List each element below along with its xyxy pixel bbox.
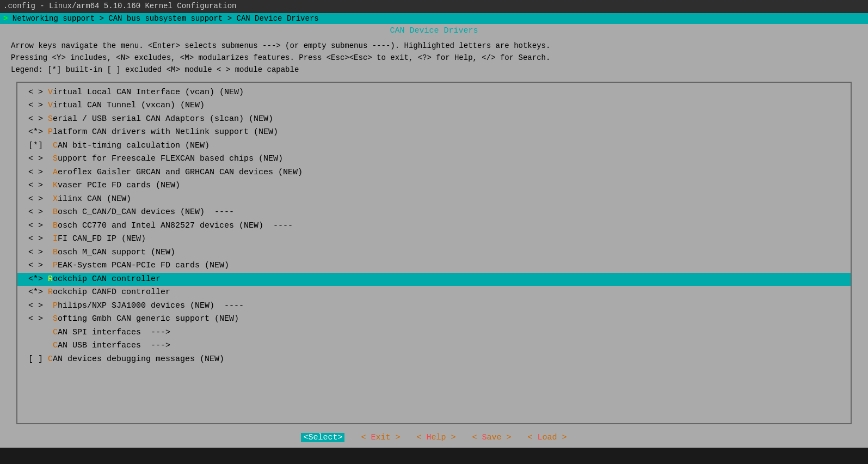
menu-hotkey: P (53, 301, 58, 310)
menu-prefix: < > (28, 261, 53, 270)
bottom-buttons: <Select> < Exit > < Help > < Save > < Lo… (0, 429, 868, 448)
menu-item-17[interactable]: < > Philips/NXP SJA1000 devices (NEW) --… (17, 300, 851, 313)
menu-prefix: < > (28, 114, 48, 124)
menu-item-14[interactable]: < > PEAK-System PCAN-PCIe FD cards (NEW) (17, 259, 851, 273)
menu-item-text: irtual Local CAN Interface (vcan) (NEW) (53, 88, 244, 97)
menu-item-11[interactable]: < > Bosch CC770 and Intel AN82527 device… (17, 219, 851, 233)
menu-prefix: < > (28, 154, 53, 163)
menu-prefix: < > (28, 248, 53, 257)
menu-hotkey: S (48, 114, 53, 124)
menu-item-text: latform CAN drivers with Netlink support… (53, 127, 278, 137)
menu-prefix: < > (28, 234, 53, 243)
menu-item-text: erial / USB serial CAN Adaptors (slcan) … (53, 114, 273, 124)
menu-hotkey: R (48, 274, 53, 284)
menu-item-21[interactable]: [ ] CAN devices debugging messages (NEW) (17, 353, 851, 367)
menu-prefix: <*> (28, 288, 48, 297)
main-area: CAN Device Drivers Arrow keys navigate t… (0, 24, 868, 448)
menu-item-text: EAK-System PCAN-PCIe FD cards (NEW) (58, 261, 229, 270)
menu-hotkey: A (53, 168, 58, 177)
menu-prefix: < > (28, 314, 53, 323)
bottom-bar (0, 448, 868, 464)
menu-hotkey: C (53, 341, 58, 350)
menu-list: < > Virtual Local CAN Interface (vcan) (… (17, 83, 851, 370)
menu-hotkey: R (48, 288, 53, 297)
menu-item-20[interactable]: CAN USB interfaces ---> (17, 339, 851, 353)
menu-item-13[interactable]: < > Bosch M_CAN support (NEW) (17, 246, 851, 260)
menu-item-4[interactable]: <*> Platform CAN drivers with Netlink su… (17, 126, 851, 139)
menu-item-text: irtual CAN Tunnel (vxcan) (NEW) (53, 101, 205, 110)
menu-prefix: < > (28, 221, 53, 230)
menu-prefix: < > (28, 181, 53, 190)
menu-item-text: ofting Gmbh CAN generic support (NEW) (58, 314, 239, 323)
menu-item-text: ockchip CANFD controller (53, 288, 170, 297)
title-text: .config - Linux/arm64 5.10.160 Kernel Co… (3, 2, 236, 10)
menu-prefix (28, 328, 53, 337)
center-title: CAN Device Drivers (0, 24, 868, 38)
menu-item-5[interactable]: [*] CAN bit-timing calculation (NEW) (17, 139, 851, 153)
menu-prefix: < > (28, 207, 53, 217)
menu-prefix: <*> (28, 274, 48, 284)
menu-hotkey: I (53, 234, 58, 243)
menu-item-text: hilips/NXP SJA1000 devices (NEW) ---- (58, 301, 244, 310)
menu-item-9[interactable]: < > Xilinx CAN (NEW) (17, 193, 851, 206)
help-line3: Legend: [*] built-in [ ] excluded <M> mo… (11, 64, 857, 76)
menu-item-15[interactable]: <*> Rockchip CAN controller (17, 273, 851, 286)
menu-prefix: < > (28, 101, 48, 110)
menu-prefix: < > (28, 194, 53, 204)
menu-item-text: osch M_CAN support (NEW) (58, 248, 175, 257)
help-line2: Pressing <Y> includes, <N> excludes, <M>… (11, 52, 857, 64)
menu-hotkey: P (53, 261, 58, 270)
menu-item-7[interactable]: < > Aeroflex Gaisler GRCAN and GRHCAN CA… (17, 166, 851, 180)
menu-item-text: osch CC770 and Intel AN82527 devices (NE… (58, 221, 293, 230)
menu-hotkey: V (48, 101, 53, 110)
menu-hotkey: B (53, 207, 58, 217)
menu-item-16[interactable]: <*> Rockchip CANFD controller (17, 286, 851, 300)
menu-hotkey: P (48, 127, 53, 137)
menu-hotkey: C (53, 141, 58, 150)
menu-prefix: < > (28, 301, 53, 310)
help-line1: Arrow keys navigate the menu. <Enter> se… (11, 40, 857, 52)
menu-item-10[interactable]: < > Bosch C_CAN/D_CAN devices (NEW) ---- (17, 206, 851, 219)
menu-item-1[interactable]: < > Virtual Local CAN Interface (vcan) (… (17, 86, 851, 100)
menu-item-text: AN USB interfaces ---> (58, 341, 170, 350)
load-button[interactable]: < Load > (528, 433, 567, 442)
menu-item-12[interactable]: < > IFI CAN_FD IP (NEW) (17, 233, 851, 246)
menu-hotkey: S (53, 154, 58, 163)
menu-hotkey: C (53, 328, 58, 337)
help-text: Arrow keys navigate the menu. <Enter> se… (0, 38, 868, 80)
menu-box: < > Virtual Local CAN Interface (vcan) (… (16, 82, 852, 424)
breadcrumb: > Networking support > CAN bus subsystem… (0, 13, 868, 24)
menu-hotkey: X (53, 194, 58, 204)
menu-prefix: < > (28, 88, 48, 97)
menu-item-text: upport for Freescale FLEXCAN based chips… (58, 154, 283, 163)
menu-item-text: AN bit-timing calculation (NEW) (58, 141, 210, 150)
menu-hotkey: B (53, 248, 58, 257)
menu-item-text: eroflex Gaisler GRCAN and GRHCAN CAN dev… (58, 168, 303, 177)
menu-hotkey: S (53, 314, 58, 323)
menu-item-18[interactable]: < > Softing Gmbh CAN generic support (NE… (17, 313, 851, 326)
menu-hotkey: K (53, 181, 58, 190)
menu-item-text: osch C_CAN/D_CAN devices (NEW) ---- (58, 207, 234, 217)
menu-prefix: [ ] (28, 355, 48, 364)
select-button[interactable]: <Select> (301, 433, 344, 442)
help-button[interactable]: < Help > (416, 433, 455, 442)
terminal: .config - Linux/arm64 5.10.160 Kernel Co… (0, 0, 868, 464)
menu-item-6[interactable]: < > Support for Freescale FLEXCAN based … (17, 152, 851, 166)
exit-button[interactable]: < Exit > (361, 433, 400, 442)
menu-prefix (28, 341, 53, 350)
menu-item-8[interactable]: < > Kvaser PCIe FD cards (NEW) (17, 179, 851, 193)
save-button[interactable]: < Save > (472, 433, 512, 442)
menu-item-3[interactable]: < > Serial / USB serial CAN Adaptors (sl… (17, 113, 851, 126)
menu-item-2[interactable]: < > Virtual CAN Tunnel (vxcan) (NEW) (17, 99, 851, 113)
menu-item-text: FI CAN_FD IP (NEW) (58, 234, 146, 243)
menu-item-text: ilinx CAN (NEW) (58, 194, 131, 204)
menu-hotkey: V (48, 88, 53, 97)
menu-item-text: vaser PCIe FD cards (NEW) (58, 181, 180, 190)
menu-item-text: AN devices debugging messages (NEW) (53, 355, 224, 364)
menu-item-text: ockchip CAN controller (53, 274, 161, 284)
menu-prefix: <*> (28, 127, 48, 137)
menu-prefix: [*] (28, 141, 53, 150)
menu-hotkey: C (48, 355, 53, 364)
breadcrumb-path: Networking support > CAN bus subsystem s… (8, 14, 318, 23)
menu-item-19[interactable]: CAN SPI interfaces ---> (17, 326, 851, 340)
